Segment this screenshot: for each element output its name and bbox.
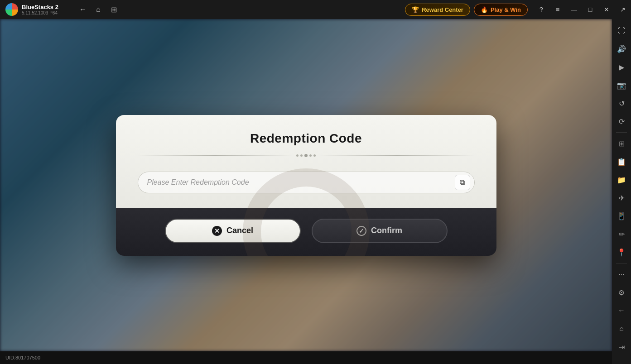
divider-dot-4 [309,154,312,157]
location-sidebar-button[interactable]: 📍 [613,244,630,260]
draw-sidebar-button[interactable]: ✏ [613,226,630,242]
window-controls: ? ≡ — □ ✕ ↗ [533,0,631,19]
airplane-sidebar-button[interactable]: ✈ [613,190,630,206]
uid-display: UID:801707500 [5,355,40,360]
refresh-sidebar-button[interactable]: ⟳ [613,113,630,129]
close-button[interactable]: ✕ [598,0,615,19]
settings-sidebar-button[interactable]: ⚙ [613,284,630,301]
screenshot-sidebar-button[interactable]: 📷 [613,77,630,93]
bottom-bar: UID:801707500 [0,351,612,364]
more-sidebar-button[interactable]: ··· [613,266,630,283]
modal-overlay: Redemption Code ⧉ [0,19,612,351]
reward-center-button[interactable]: 🏆 Reward Center [405,4,470,16]
rotate-sidebar-button[interactable]: ↺ [613,95,630,111]
sidebar-separator-1 [616,132,627,133]
confirm-button[interactable]: ✓ Confirm [312,219,448,243]
fullscreen-sidebar-button[interactable]: ⛶ [613,23,630,39]
paste-button[interactable]: ⧉ [455,175,470,190]
home-button[interactable]: ⌂ [92,3,105,16]
files-sidebar-button[interactable]: 📁 [613,172,630,188]
back-button[interactable]: ← [76,3,90,16]
play-win-button[interactable]: 🔥 Play & Win [474,4,528,16]
confirm-label: Confirm [371,226,402,235]
record-sidebar-button[interactable]: ▶ [613,59,630,75]
play-label: Play & Win [491,6,521,13]
dialog-divider [138,154,475,157]
dialog-upper: Redemption Code ⧉ [116,115,496,208]
redemption-dialog: Redemption Code ⧉ [116,115,496,256]
reward-label: Reward Center [422,6,463,13]
play-icon: 🔥 [481,6,488,13]
dialog-lower: ✕ Cancel ✓ Confirm [116,208,496,256]
multiinstance-sidebar-button[interactable]: ⊞ [613,135,630,152]
maximize-button[interactable]: □ [582,0,598,19]
divider-line-left [138,155,293,156]
cancel-button[interactable]: ✕ Cancel [165,219,301,243]
redemption-code-input[interactable] [138,172,475,193]
menu-button[interactable]: ≡ [549,0,566,19]
topbar: BlueStacks 2 5.11.52.1003 P64 ← ⌂ ⊞ 🏆 Re… [0,0,631,19]
topbar-actions: 🏆 Reward Center 🔥 Play & Win [400,4,533,16]
reward-icon: 🏆 [412,6,419,13]
cancel-icon: ✕ [212,226,222,236]
app-info: BlueStacks 2 5.11.52.1003 P64 [22,4,58,16]
confirm-icon: ✓ [356,226,366,236]
volume-sidebar-button[interactable]: 🔊 [613,41,630,57]
dialog-title: Redemption Code [138,131,475,146]
app-logo: BlueStacks 2 5.11.52.1003 P64 [0,3,72,16]
bluestacks-logo-icon [5,3,18,16]
divider-dot-2 [300,154,303,157]
app-name: BlueStacks 2 [22,4,58,11]
help-button[interactable]: ? [533,0,549,19]
content-area: Redemption Code ⧉ [0,19,612,351]
divider-dot-3 [304,154,308,157]
divider-dots [296,154,316,157]
nav-buttons: ← ⌂ ⊞ [72,3,124,16]
app-version: 5.11.52.1003 P64 [22,10,58,15]
minimize-button[interactable]: — [566,0,582,19]
back-sidebar-button[interactable]: ← [613,302,630,319]
keyboard-sidebar-button[interactable]: ⇥ [613,339,630,355]
cancel-label: Cancel [226,226,253,235]
divider-dot-1 [296,154,299,157]
divider-line-right [319,155,475,156]
paste-icon: ⧉ [460,178,465,187]
right-sidebar: ⛶ 🔊 ▶ 📷 ↺ ⟳ ⊞ 📋 📁 ✈ 📱 ✏ 📍 ··· ⚙ ← ⌂ ⇥ [612,19,631,364]
divider-dot-5 [313,154,316,157]
sidebar-separator-2 [616,263,627,263]
layout-button[interactable]: ⊞ [107,3,120,16]
device-sidebar-button[interactable]: 📱 [613,208,630,224]
home-sidebar-button[interactable]: ⌂ [613,321,630,337]
macro-sidebar-button[interactable]: 📋 [613,153,630,170]
input-container: ⧉ [138,172,475,193]
expand-button[interactable]: ↗ [615,0,631,19]
